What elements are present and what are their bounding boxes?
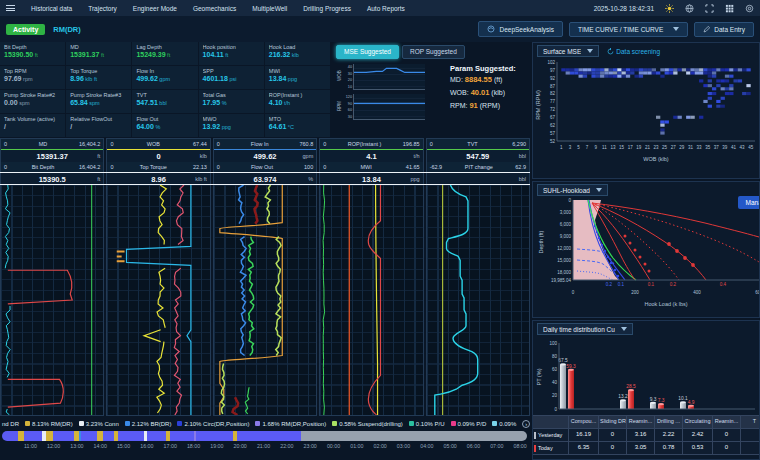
svg-text:3: 3 [569, 145, 572, 150]
daily-table-header: Reamin... [713, 416, 741, 429]
daily-table-row-label: Yesterday [533, 429, 569, 442]
hour-label: 04:00 [420, 443, 433, 449]
nav-item-historical-data[interactable]: Historical data [31, 5, 72, 12]
daily-table-row-label: Today [533, 442, 569, 455]
timeline-segment [285, 431, 301, 441]
svg-text:31: 31 [688, 145, 694, 150]
deepseek-analysis-button[interactable]: DeepSeekAnalysis [478, 21, 563, 37]
hour-label: 11:00 [24, 443, 37, 449]
track-curve-value: 63.974% [214, 173, 316, 185]
chevron-down-icon [621, 327, 627, 331]
theme-sun-icon[interactable] [665, 4, 674, 13]
tab-mse-suggested[interactable]: MSE Suggested [336, 45, 399, 59]
tab-rop-suggested[interactable]: ROP Suggested [402, 45, 465, 59]
curve-type-dropdown[interactable]: TIME CURVE / TIME CURVE [569, 22, 688, 37]
hour-label: 08:00 [514, 443, 527, 449]
legend-more-icon[interactable]: › [522, 420, 530, 428]
svg-text:9.3: 9.3 [650, 397, 657, 402]
nav-item-multiplewell[interactable]: MultipleWell [252, 5, 287, 12]
daily-table-header: Compou... [569, 416, 599, 429]
kpi-mwi: MWI13.84 ppg [265, 66, 330, 89]
svg-text:0.1: 0.1 [618, 282, 625, 287]
daily-table-header: Reamin... [627, 416, 655, 429]
settings-icon[interactable] [745, 4, 754, 13]
hour-label: 07:00 [490, 443, 503, 449]
surface-mse-dropdown[interactable]: Surface MSE [537, 45, 599, 57]
nav-item-engineer-mode[interactable]: Engineer Mode [133, 5, 177, 12]
kpi-tank-volume-active-: Tank Volume (active)/ [0, 114, 65, 137]
svg-text:Hook Load (k lbs): Hook Load (k lbs) [644, 301, 687, 307]
daily-table-cell: 0 [713, 442, 741, 455]
daily-distribution-dropdown[interactable]: Daily time distribution Cu [537, 323, 633, 335]
track-curve-range: 0Top Torque22.13 [107, 162, 209, 173]
daily-table-cell: 16.19 [569, 429, 599, 442]
well-log-tracks: 0MD16,404.215391.37ft0Bit Depth16,404.21… [0, 138, 530, 416]
svg-text:9,000: 9,000 [560, 234, 572, 239]
legend-item: 2.12% BR(DR) [125, 421, 172, 427]
mini-chart-rpm: RPM120906030 [336, 92, 444, 122]
param-title: Param Suggested: [450, 64, 526, 73]
activity-timeline[interactable] [2, 431, 527, 441]
manage-button[interactable]: Manage [738, 196, 760, 209]
menu-icon[interactable] [6, 5, 15, 11]
svg-text:WOB (klb): WOB (klb) [643, 156, 669, 162]
svg-text:12,000: 12,000 [557, 246, 571, 251]
chevron-down-icon [596, 188, 602, 192]
suhl-hookload-panel: SUHL-Hookload Manage [532, 181, 760, 318]
nav-item-auto-reports[interactable]: Auto Reports [367, 5, 405, 12]
svg-text:4.9: 4.9 [688, 400, 695, 405]
track-plot [107, 185, 209, 415]
kpi-mto: MTO64.61 °C [265, 114, 330, 137]
kpi-flow-in: Flow In499.62 gpm [132, 66, 197, 89]
svg-text:100: 100 [549, 341, 557, 346]
svg-text:25: 25 [662, 145, 668, 150]
right-column: Surface MSE Data screening 1029792878277… [532, 42, 760, 460]
track-curve-value: 13.84ppg [320, 173, 422, 185]
svg-text:39: 39 [722, 145, 728, 150]
daily-distribution-bar-chart: 020406080100 67.559.313.228.59.37.310.14… [533, 337, 759, 415]
kpi-pump-stroke-rate-2: Pump Stroke Rate#20.00 spm [0, 90, 65, 113]
track-curve-value: 4.1t/h [320, 150, 422, 162]
daily-table-cell: 3.16 [627, 429, 655, 442]
suhl-dropdown[interactable]: SUHL-Hookload [537, 184, 608, 196]
timeline-segment [196, 431, 233, 441]
svg-text:5: 5 [577, 145, 580, 150]
surface-mse-heatmap: 1029792878277726762575213579111315171921… [533, 59, 759, 173]
nav-item-geomechanics[interactable]: Geomechanics [193, 5, 236, 12]
track-curve-value: 547.59bbl [427, 150, 529, 162]
fullscreen-icon[interactable] [705, 4, 714, 13]
timeline-segment [147, 431, 165, 441]
legend-item: nd DR [2, 421, 19, 427]
track-curve-value: bbl [427, 173, 529, 185]
track-curve-value: 8.96klb ft [107, 173, 209, 185]
data-screening-link[interactable]: Data screening [607, 48, 660, 55]
track-plot [1, 185, 103, 415]
hour-label: 20:00 [234, 443, 247, 449]
kpi-bit-depth: Bit Depth15390.50 ft [0, 42, 65, 65]
legend-item: 3.23% Conn [79, 421, 119, 427]
hour-label: 02:00 [374, 443, 387, 449]
nav-item-drilling-progress[interactable]: Drilling Progress [303, 5, 351, 12]
daily-table-header [533, 416, 569, 429]
daily-table-header: Circulating [683, 416, 713, 429]
data-entry-button[interactable]: Data Entry [694, 22, 754, 37]
nav-items: Historical dataTrajectoryEngineer ModeGe… [31, 5, 405, 12]
legend-item: 0.10% P/U [409, 421, 445, 427]
svg-text:87: 87 [550, 84, 556, 89]
svg-text:PT (%): PT (%) [536, 368, 542, 385]
log-track-1: 0MD16,404.215391.37ft0Bit Depth16,404.21… [0, 138, 104, 416]
svg-text:1: 1 [560, 145, 563, 150]
track-plot [427, 185, 529, 415]
top-nav: Historical dataTrajectoryEngineer ModeGe… [0, 0, 760, 16]
hour-label: 21:00 [257, 443, 270, 449]
hour-label: 00:00 [327, 443, 340, 449]
daily-table-cell: 0 [713, 429, 741, 442]
param-md: MD: 8884.55 (ft) [450, 73, 526, 86]
timeline-segment [301, 431, 527, 441]
svg-text:92: 92 [550, 76, 556, 81]
globe-icon[interactable] [685, 4, 694, 13]
svg-text:15,000: 15,000 [557, 258, 571, 263]
legend-item: 0.58% Suspend(drilling) [332, 421, 403, 427]
nav-item-trajectory[interactable]: Trajectory [88, 5, 117, 12]
grid-icon[interactable] [725, 4, 734, 13]
